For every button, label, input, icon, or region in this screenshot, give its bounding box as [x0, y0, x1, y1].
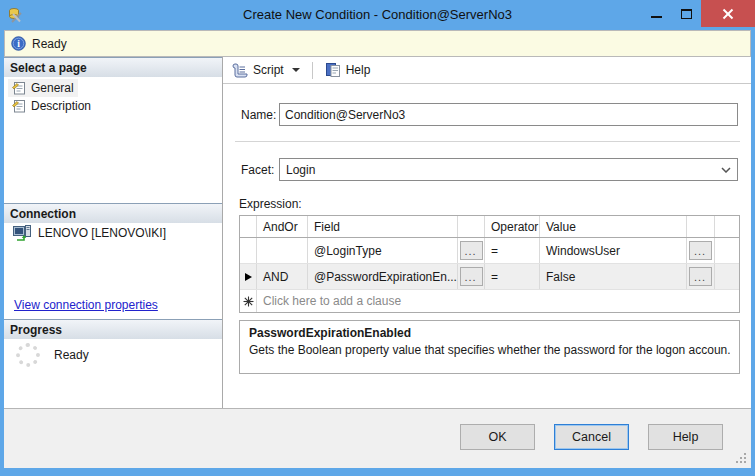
filler-cell	[715, 264, 739, 289]
dialog-window: Create New Condition - Condition@ServerN…	[0, 0, 755, 476]
andor-cell[interactable]	[257, 238, 308, 263]
expression-label: Expression:	[239, 197, 302, 211]
current-row-arrow-icon	[245, 273, 252, 281]
svg-text:i: i	[17, 39, 20, 49]
database-condition-icon	[8, 7, 25, 24]
value-cell[interactable]: WindowsUser	[540, 238, 687, 263]
operator-cell[interactable]: =	[485, 238, 540, 263]
operator-cell[interactable]: =	[485, 264, 540, 289]
general-page-form: Name: Facet: Login Expression: AndOr	[223, 84, 751, 408]
separator	[235, 141, 740, 142]
filler-cell	[715, 238, 739, 263]
property-name: PasswordExpirationEnabled	[249, 326, 730, 340]
footer: OK Cancel Help	[4, 408, 751, 468]
view-connection-properties-link[interactable]: View connection properties	[14, 298, 158, 312]
field-cell[interactable]: @LoginType	[308, 238, 458, 263]
progress-status-row: Ready	[16, 343, 89, 367]
field-cell[interactable]: @PasswordExpirationEn...	[308, 264, 458, 289]
facet-label: Facet:	[241, 163, 274, 177]
script-icon	[232, 62, 248, 78]
toolbar-separator	[312, 62, 313, 79]
header-operator: Operator	[485, 216, 540, 237]
add-clause-text[interactable]: Click here to add a clause	[257, 290, 739, 312]
name-label: Name:	[241, 108, 276, 122]
select-page-header: Select a page	[4, 57, 222, 77]
name-input[interactable]	[279, 103, 738, 126]
window-controls	[641, 0, 755, 27]
main-panel: Script Help Name:	[223, 57, 751, 408]
sidebar-item-label: General	[31, 81, 74, 95]
maximize-icon	[681, 9, 692, 19]
facet-selected-value: Login	[286, 163, 315, 177]
header-field-browse	[458, 216, 485, 237]
expression-grid: AndOr Field Operator Value @LoginType	[239, 215, 740, 313]
clause-row: @LoginType ... = WindowsUser ...	[240, 238, 739, 264]
connection-server: LENOVO [LENOVO\IKI]	[13, 225, 166, 241]
info-icon: i	[11, 36, 26, 51]
header-andor: AndOr	[257, 216, 308, 237]
progress-spinner-icon	[16, 343, 40, 367]
sidebar-item-description[interactable]: Description	[8, 97, 95, 115]
chevron-down-icon	[721, 167, 731, 173]
property-description: Gets the Boolean property value that spe…	[249, 343, 730, 357]
header-value: Value	[540, 216, 687, 237]
help-button-footer[interactable]: Help	[648, 424, 723, 450]
value-browse-cell: ...	[687, 238, 715, 263]
facet-select[interactable]: Login	[279, 158, 738, 181]
dialog-content: Select a page General	[4, 57, 751, 408]
server-icon	[13, 225, 31, 241]
sidebar-item-general[interactable]: General	[8, 79, 78, 97]
header-value-browse	[687, 216, 715, 237]
titlebar: Create New Condition - Condition@ServerN…	[0, 0, 755, 30]
sidebar: Select a page General	[4, 57, 223, 408]
progress-status-text: Ready	[54, 348, 89, 362]
page-icon	[12, 99, 26, 113]
value-browse-button[interactable]: ...	[689, 267, 712, 286]
header-row-selector	[240, 216, 257, 237]
script-button-label: Script	[253, 63, 284, 77]
close-icon	[722, 8, 734, 20]
add-clause-row[interactable]: Click here to add a clause	[240, 290, 739, 312]
row-selector[interactable]	[240, 264, 257, 289]
new-row-asterisk-icon	[243, 296, 254, 307]
value-cell[interactable]: False	[540, 264, 687, 289]
andor-cell[interactable]: AND	[257, 264, 308, 289]
clause-row-selected: AND @PasswordExpirationEn... ... = False…	[240, 264, 739, 290]
minimize-icon	[651, 16, 662, 18]
field-browse-cell: ...	[458, 238, 485, 263]
maximize-button[interactable]	[671, 0, 701, 27]
connection-server-label: LENOVO [LENOVO\IKI]	[38, 226, 166, 240]
page-icon	[12, 81, 26, 95]
sidebar-item-label: Description	[31, 99, 91, 113]
status-bar: i Ready	[4, 30, 751, 57]
value-browse-button[interactable]: ...	[689, 241, 712, 260]
row-selector[interactable]	[240, 238, 257, 263]
new-row-selector	[240, 290, 257, 312]
field-browse-cell: ...	[458, 264, 485, 289]
property-description-panel: PasswordExpirationEnabled Gets the Boole…	[239, 320, 740, 374]
value-browse-cell: ...	[687, 264, 715, 289]
connection-header: Connection	[4, 203, 222, 223]
field-browse-button[interactable]: ...	[460, 241, 483, 260]
chevron-down-icon	[292, 68, 300, 72]
close-button[interactable]	[701, 0, 755, 27]
header-field: Field	[308, 216, 458, 237]
field-browse-button[interactable]: ...	[460, 267, 483, 286]
resize-grip[interactable]	[734, 451, 747, 464]
status-text: Ready	[32, 37, 67, 51]
script-button[interactable]: Script	[228, 60, 304, 80]
help-button[interactable]: Help	[321, 60, 375, 80]
toolbar: Script Help	[223, 57, 751, 84]
progress-header: Progress	[4, 319, 222, 339]
help-button-label: Help	[346, 63, 371, 77]
header-filler	[715, 216, 739, 237]
help-icon	[325, 62, 341, 78]
cancel-button[interactable]: Cancel	[554, 424, 629, 450]
grid-header-row: AndOr Field Operator Value	[240, 216, 739, 238]
minimize-button[interactable]	[641, 0, 671, 27]
ok-button[interactable]: OK	[460, 424, 535, 450]
